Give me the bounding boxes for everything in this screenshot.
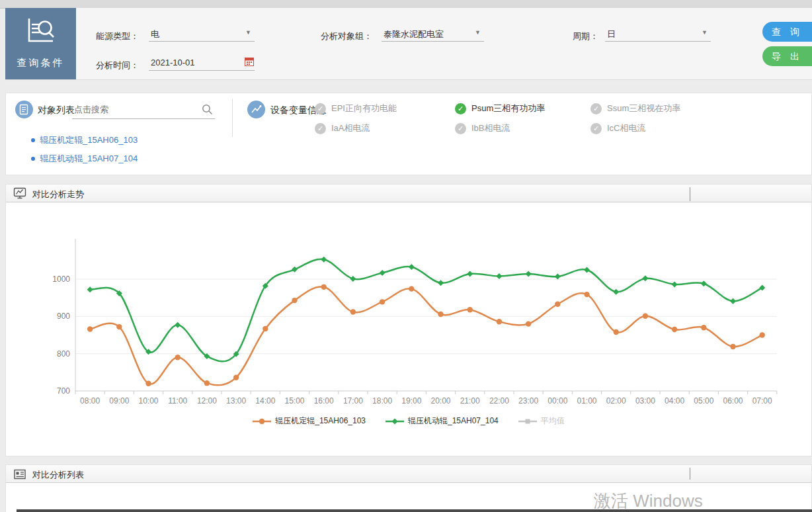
trend-chart-panel: 对比分析走势 700800900100008:0009:0010:0011:00… — [5, 184, 812, 456]
period-value: 日 — [607, 28, 616, 40]
object-list-icon — [15, 101, 33, 118]
check-icon: ✓ — [315, 123, 326, 134]
query-conditions-logo: 查询条件 — [5, 8, 76, 79]
x-axis-tick: 19:00 — [401, 396, 421, 405]
x-axis-tick: 00:00 — [548, 396, 567, 405]
data-point — [555, 302, 560, 307]
data-point — [730, 344, 735, 349]
data-point — [350, 276, 356, 282]
chart-search-icon — [25, 17, 57, 45]
chart-legend: 辊压机定辊_15AH06_103辊压机动辊_15AH07_104平均值 — [6, 415, 811, 427]
variable-option-ib[interactable]: ✓ IbB相电流 — [455, 122, 510, 134]
chevron-down-icon: ▼ — [245, 30, 251, 36]
variable-option-ic[interactable]: ✓ IcC相电流 — [590, 122, 646, 134]
object-item-1[interactable]: 辊压机定辊_15AH06_103 — [31, 134, 138, 146]
check-icon: ✓ — [590, 123, 602, 134]
x-axis-tick: 23:00 — [518, 396, 538, 405]
x-axis-tick: 07:00 — [752, 396, 772, 405]
legend-item[interactable]: 辊压机动辊_15AH07_104 — [386, 415, 499, 427]
x-axis-tick: 04:00 — [665, 396, 684, 405]
series-line — [90, 259, 762, 362]
legend-marker-icon — [386, 417, 404, 425]
data-point — [614, 329, 619, 335]
x-axis-tick: 20:00 — [430, 396, 450, 405]
search-input[interactable] — [72, 100, 194, 114]
data-point — [409, 286, 414, 291]
legend-label: 辊压机定辊_15AH06_103 — [275, 415, 366, 427]
trend-panel-title: 对比分析走势 — [32, 189, 84, 200]
x-axis-tick: 13:00 — [226, 396, 246, 405]
check-icon: ✓ — [315, 103, 326, 114]
x-axis-tick: 03:00 — [635, 396, 655, 405]
data-point — [175, 355, 181, 360]
energy-type-select[interactable]: 电 ▼ — [149, 25, 255, 42]
bullet-icon — [31, 138, 35, 142]
data-point — [263, 326, 268, 331]
x-axis-tick: 14:00 — [255, 396, 275, 405]
search-icon[interactable] — [202, 104, 213, 115]
energy-type-label: 能源类型： — [96, 30, 139, 42]
variable-option-ia[interactable]: ✓ IaA相电流 — [315, 122, 370, 134]
period-label: 周期： — [573, 30, 598, 42]
analysis-time-datepicker[interactable]: 2021-10-01 — [149, 54, 255, 71]
x-axis-tick: 12:00 — [197, 396, 217, 405]
x-axis-tick: 05:00 — [694, 396, 713, 405]
cursor-artifact — [690, 187, 690, 201]
legend-item[interactable]: 辊压机定辊_15AH06_103 — [253, 415, 366, 427]
y-axis-tick: 1000 — [52, 275, 70, 284]
period-select[interactable]: 日 ▼ — [605, 25, 711, 42]
y-axis-tick: 900 — [57, 312, 70, 321]
data-point — [292, 267, 298, 273]
check-icon: ✓ — [455, 103, 466, 114]
data-point — [730, 298, 736, 304]
legend-label: 平均值 — [541, 415, 565, 427]
object-group-select[interactable]: 泰隆水泥配电室 ▼ — [382, 25, 484, 42]
data-point — [87, 326, 93, 331]
x-axis-tick: 18:00 — [372, 396, 392, 405]
check-icon: ✓ — [590, 103, 602, 114]
legend-item[interactable]: 平均值 — [518, 415, 565, 427]
section-divider — [232, 99, 233, 137]
data-point — [497, 319, 502, 324]
data-point — [701, 325, 706, 330]
object-item-label: 辊压机定辊_15AH06_103 — [40, 134, 138, 146]
data-point — [380, 299, 385, 304]
y-axis-tick: 800 — [57, 349, 70, 359]
x-axis-tick: 01:00 — [577, 396, 596, 405]
data-point — [584, 292, 589, 297]
variable-option-ssum[interactable]: ✓ Ssum三相视在功率 — [590, 103, 680, 114]
data-point — [292, 298, 297, 303]
variable-option-psum[interactable]: ✓ Psum三相有功功率 — [455, 103, 545, 114]
x-axis-tick: 17:00 — [343, 396, 363, 405]
object-item-label: 辊压机动辊_15AH07_104 — [40, 153, 138, 165]
x-axis-tick: 09:00 — [109, 396, 129, 405]
legend-marker-icon — [253, 417, 271, 425]
data-point — [555, 274, 561, 280]
x-axis-tick: 02:00 — [606, 396, 626, 405]
x-axis-tick: 11:00 — [168, 396, 187, 405]
query-button[interactable]: 查 询 — [762, 22, 812, 42]
data-point — [438, 312, 443, 317]
x-axis-tick: 06:00 — [723, 396, 743, 405]
data-point — [526, 271, 532, 277]
data-point — [760, 332, 765, 337]
data-point — [321, 257, 327, 263]
data-point — [496, 273, 502, 279]
chevron-down-icon: ▼ — [702, 30, 708, 36]
activate-windows-watermark: 激活 Windows — [594, 490, 703, 512]
object-group-value: 泰隆水泥配电室 — [384, 28, 444, 40]
data-point — [233, 375, 239, 380]
list-table-icon — [13, 468, 26, 481]
export-button[interactable]: 导 出 — [762, 46, 812, 66]
data-point — [584, 267, 590, 273]
bullet-icon — [31, 157, 35, 161]
object-item-2[interactable]: 辊压机动辊_15AH07_104 — [31, 153, 138, 165]
data-point — [701, 280, 707, 286]
trend-chart-body: 700800900100008:0009:0010:0011:0012:0013… — [6, 202, 811, 456]
list-panel-title: 对比分析列表 — [32, 469, 84, 481]
variable-option-epi[interactable]: ✓ EPI正向有功电能 — [315, 103, 397, 114]
data-point — [321, 284, 327, 290]
trend-panel-header: 对比分析走势 — [6, 185, 811, 202]
chevron-down-icon: ▼ — [475, 30, 481, 36]
data-point — [643, 314, 648, 319]
